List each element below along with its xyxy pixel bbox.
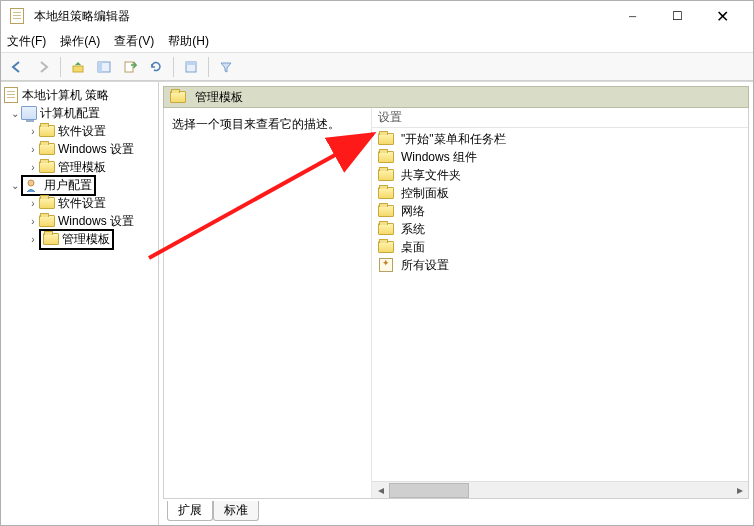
tree-user-label: 用户配置 — [44, 177, 92, 194]
caret-collapsed-icon[interactable]: › — [27, 126, 39, 137]
pane-content: 选择一个项目来查看它的描述。 设置 "开始"菜单和任务栏 Windows 组件 … — [163, 108, 749, 499]
back-button[interactable] — [5, 55, 29, 79]
item-desktop[interactable]: 桌面 — [376, 238, 744, 256]
scroll-track[interactable] — [389, 482, 731, 499]
title-bar: 本地组策略编辑器 ☐ ✕ — [1, 1, 753, 31]
folder-icon — [378, 203, 394, 219]
refresh-button[interactable] — [144, 55, 168, 79]
column-header-setting[interactable]: 设置 — [372, 108, 748, 128]
folder-icon — [39, 195, 55, 211]
item-all-settings[interactable]: 所有设置 — [376, 256, 744, 274]
item-shared-folders[interactable]: 共享文件夹 — [376, 166, 744, 184]
item-network-label: 网络 — [401, 203, 425, 220]
details-pane: 管理模板 选择一个项目来查看它的描述。 设置 "开始"菜单和任务栏 Window… — [159, 82, 753, 525]
tree-computer-win[interactable]: › Windows 设置 — [1, 140, 158, 158]
caret-collapsed-icon[interactable]: › — [27, 216, 39, 227]
all-settings-icon — [378, 257, 394, 273]
svg-point-6 — [28, 180, 34, 186]
tree-computer-win-label: Windows 设置 — [58, 141, 134, 158]
item-control-panel[interactable]: 控制面板 — [376, 184, 744, 202]
tree-user-admin[interactable]: › 管理模板 — [1, 230, 158, 248]
body: 本地计算机 策略 ⌄ 计算机配置 › 软件设置 › Windows 设置 › 管… — [1, 81, 753, 525]
tree-user-win[interactable]: › Windows 设置 — [1, 212, 158, 230]
filter-button[interactable] — [214, 55, 238, 79]
item-start-label: "开始"菜单和任务栏 — [401, 131, 506, 148]
app-window: 本地组策略编辑器 ☐ ✕ 文件(F) 操作(A) 查看(V) 帮助(H) — [0, 0, 754, 526]
item-wincomp-label: Windows 组件 — [401, 149, 477, 166]
scroll-right-icon[interactable]: ▸ — [731, 482, 748, 499]
caret-expanded-icon[interactable]: ⌄ — [9, 180, 21, 191]
export-button[interactable] — [118, 55, 142, 79]
tab-extended-label: 扩展 — [178, 503, 202, 517]
caret-collapsed-icon[interactable]: › — [27, 162, 39, 173]
folder-icon — [39, 213, 55, 229]
tab-standard[interactable]: 标准 — [213, 501, 259, 521]
properties-button[interactable] — [179, 55, 203, 79]
tree-pane[interactable]: 本地计算机 策略 ⌄ 计算机配置 › 软件设置 › Windows 设置 › 管… — [1, 82, 159, 525]
tree-computer-soft-label: 软件设置 — [58, 123, 106, 140]
caret-expanded-icon[interactable]: ⌄ — [9, 108, 21, 119]
svg-rect-5 — [186, 62, 196, 65]
folder-icon — [39, 159, 55, 175]
tree-computer-admin[interactable]: › 管理模板 — [1, 158, 158, 176]
menu-view[interactable]: 查看(V) — [114, 33, 154, 50]
svg-rect-0 — [73, 66, 83, 72]
tree-user-config[interactable]: ⌄ 用户配置 — [1, 176, 158, 194]
item-system[interactable]: 系统 — [376, 220, 744, 238]
item-windows-components[interactable]: Windows 组件 — [376, 148, 744, 166]
tree-root[interactable]: 本地计算机 策略 — [1, 86, 158, 104]
tab-extended[interactable]: 扩展 — [167, 501, 213, 521]
menu-action[interactable]: 操作(A) — [60, 33, 100, 50]
toolbar — [1, 53, 753, 81]
caret-collapsed-icon[interactable]: › — [27, 198, 39, 209]
menu-bar: 文件(F) 操作(A) 查看(V) 帮助(H) — [1, 31, 753, 53]
folder-icon — [39, 123, 55, 139]
show-hide-tree-button[interactable] — [92, 55, 116, 79]
pane-header: 管理模板 — [163, 86, 749, 108]
item-start-menu[interactable]: "开始"菜单和任务栏 — [376, 130, 744, 148]
window-title: 本地组策略编辑器 — [34, 8, 130, 25]
folder-icon — [378, 185, 394, 201]
policy-icon — [3, 87, 19, 103]
minimize-button[interactable] — [610, 1, 655, 31]
folder-icon — [378, 149, 394, 165]
caret-collapsed-icon[interactable]: › — [27, 234, 39, 245]
folder-icon — [378, 167, 394, 183]
close-button[interactable]: ✕ — [700, 1, 745, 31]
folder-icon — [378, 131, 394, 147]
tree-computer-config[interactable]: ⌄ 计算机配置 — [1, 104, 158, 122]
tree-user-soft-label: 软件设置 — [58, 195, 106, 212]
folder-icon — [378, 239, 394, 255]
svg-rect-2 — [98, 62, 102, 72]
item-network[interactable]: 网络 — [376, 202, 744, 220]
scroll-left-icon[interactable]: ◂ — [372, 482, 389, 499]
user-icon — [25, 177, 41, 193]
menu-help[interactable]: 帮助(H) — [168, 33, 209, 50]
folder-icon — [170, 89, 186, 105]
up-button[interactable] — [66, 55, 90, 79]
maximize-button[interactable]: ☐ — [655, 1, 700, 31]
tree-computer-label: 计算机配置 — [40, 105, 100, 122]
tree-user-admin-label: 管理模板 — [62, 231, 110, 248]
description-prompt: 选择一个项目来查看它的描述。 — [172, 117, 340, 131]
item-shared-label: 共享文件夹 — [401, 167, 461, 184]
forward-button[interactable] — [31, 55, 55, 79]
app-icon — [9, 8, 25, 24]
item-control-label: 控制面板 — [401, 185, 449, 202]
menu-file[interactable]: 文件(F) — [7, 33, 46, 50]
description-column: 选择一个项目来查看它的描述。 — [164, 108, 372, 498]
horizontal-scrollbar[interactable]: ◂ ▸ — [372, 481, 748, 498]
item-list: "开始"菜单和任务栏 Windows 组件 共享文件夹 控制面板 网络 系统 桌… — [372, 128, 748, 481]
tab-strip: 扩展 标准 — [163, 501, 749, 523]
svg-rect-3 — [125, 62, 133, 72]
folder-icon — [39, 141, 55, 157]
scroll-thumb[interactable] — [389, 483, 469, 498]
list-column: 设置 "开始"菜单和任务栏 Windows 组件 共享文件夹 控制面板 网络 系… — [372, 108, 748, 498]
tree-computer-soft[interactable]: › 软件设置 — [1, 122, 158, 140]
tree-user-soft[interactable]: › 软件设置 — [1, 194, 158, 212]
computer-icon — [21, 105, 37, 121]
tree-computer-admin-label: 管理模板 — [58, 159, 106, 176]
item-system-label: 系统 — [401, 221, 425, 238]
caret-collapsed-icon[interactable]: › — [27, 144, 39, 155]
tree-user-win-label: Windows 设置 — [58, 213, 134, 230]
